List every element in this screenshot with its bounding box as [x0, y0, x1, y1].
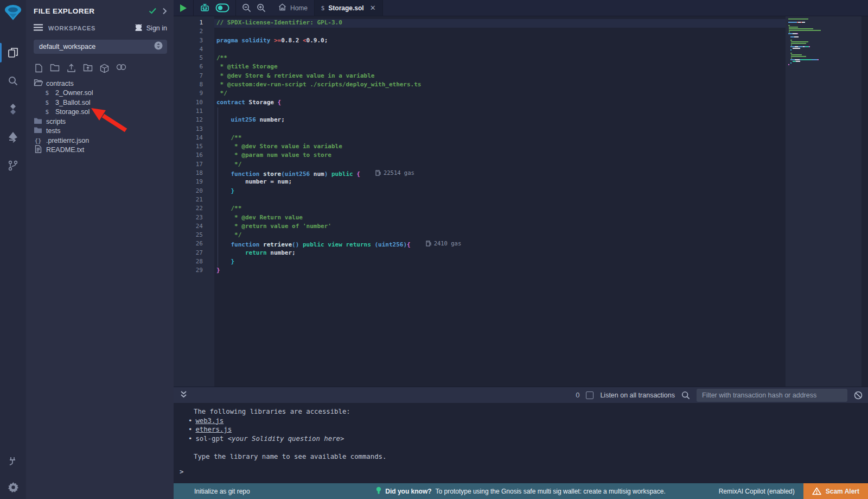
tab-storage-sol[interactable]: S Storage.sol ✕	[314, 0, 383, 16]
new-folder-icon[interactable]	[50, 64, 60, 73]
code-line[interactable]: contract Storage {	[214, 99, 786, 108]
line-number: 14	[174, 134, 214, 143]
deploy-run-tab[interactable]	[0, 123, 26, 151]
file-explorer-tab[interactable]	[0, 39, 26, 67]
tree-item-README.txt[interactable]: README.txt	[26, 146, 174, 155]
transaction-filter-input[interactable]	[697, 389, 847, 402]
code-line[interactable]	[214, 108, 786, 116]
line-number: 22	[174, 205, 214, 213]
line-number: 12	[174, 116, 214, 125]
code-line[interactable]: function retrieve() public view returns …	[214, 240, 786, 249]
copilot-robot-icon[interactable]	[194, 0, 213, 16]
tree-item-Storage.sol[interactable]: SStorage.sol	[26, 108, 174, 117]
run-script-button[interactable]	[174, 0, 193, 16]
code-line[interactable]: */	[214, 90, 786, 98]
close-tab-icon[interactable]: ✕	[370, 4, 376, 12]
code-line[interactable]	[214, 28, 786, 36]
listen-label: Listen on all transactions	[600, 391, 675, 399]
settings-tab[interactable]	[0, 475, 26, 499]
code-line[interactable]: * @dev Store value in variable	[214, 143, 786, 151]
new-file-icon[interactable]	[35, 64, 43, 73]
code-line[interactable]: uint256 number;	[214, 116, 786, 125]
tree-item-scripts[interactable]: scripts	[26, 117, 174, 127]
code-line[interactable]: function store(uint256 num) public {2251…	[214, 169, 786, 178]
tree-item-.prettierrc.json[interactable]: {}.prettierrc.json	[26, 136, 174, 146]
terminal-line: Type the library name to see available c…	[174, 452, 868, 462]
minimap[interactable]	[786, 16, 861, 387]
code-line[interactable]: * @custom:dev-run-script ./scripts/deplo…	[214, 81, 786, 90]
line-number: 27	[174, 249, 214, 258]
activity-bar	[0, 0, 26, 499]
code-line[interactable]: // SPDX-License-Identifier: GPL-3.0	[214, 19, 786, 28]
did-you-know-text: To prototype using the Gnosis safe multi…	[436, 488, 666, 495]
tree-item-contracts[interactable]: contracts	[26, 79, 174, 89]
expand-terminal-icon[interactable]	[180, 390, 187, 400]
status-bar: Initialize as git repo Did you know? To …	[174, 483, 868, 499]
line-number: 15	[174, 143, 214, 151]
code-line[interactable]: }	[214, 187, 786, 196]
code-line[interactable]: * @dev Store & retrieve value in a varia…	[214, 72, 786, 81]
copilot-status[interactable]: RemixAI Copilot (enabled)	[719, 488, 795, 495]
workspace-select[interactable]: default_workspace	[34, 40, 167, 54]
clear-console-icon[interactable]	[854, 391, 863, 400]
upload-folder-icon[interactable]	[83, 64, 93, 73]
line-number: 21	[174, 196, 214, 205]
cube-icon[interactable]	[100, 64, 109, 73]
workspaces-menu-icon[interactable]	[34, 23, 43, 33]
tree-item-2_Owner.sol[interactable]: S2_Owner.sol	[26, 89, 174, 98]
solidity-compiler-tab[interactable]	[0, 95, 26, 123]
code-line[interactable]: pragma solidity >=0.8.2 <0.9.0;	[214, 37, 786, 46]
editor-scrollbar[interactable]	[861, 16, 868, 387]
code-line[interactable]: }	[214, 267, 786, 275]
listen-all-transactions-checkbox[interactable]	[586, 391, 593, 399]
zoom-in-icon[interactable]	[254, 0, 272, 16]
workspace-name: default_workspace	[39, 43, 154, 50]
code-line[interactable]: */	[214, 231, 786, 240]
scam-alert-button[interactable]: Scam Alert	[803, 483, 868, 499]
zoom-out-icon[interactable]	[236, 0, 254, 16]
line-number: 18	[174, 169, 214, 178]
tree-item-3_Ballot.sol[interactable]: S3_Ballot.sol	[26, 98, 174, 108]
link-icon[interactable]	[116, 64, 126, 73]
workspaces-label: WORKSPACES	[48, 25, 129, 31]
terminal-prompt[interactable]: >	[180, 468, 183, 476]
code-line[interactable]: * @param num value to store	[214, 151, 786, 160]
code-line[interactable]	[214, 46, 786, 54]
solidity-file-icon: S	[46, 109, 49, 115]
search-tab[interactable]	[0, 67, 26, 95]
line-number: 6	[174, 63, 214, 72]
code-line[interactable]: }	[214, 258, 786, 267]
git-tab[interactable]	[0, 151, 26, 180]
code-line[interactable]: * @title Storage	[214, 63, 786, 72]
code-line[interactable]	[214, 196, 786, 205]
code-line[interactable]: number = num;	[214, 178, 786, 187]
code-line[interactable]: /**	[214, 205, 786, 213]
terminal[interactable]: The following libraries are accessible:•…	[174, 403, 868, 483]
terminal-line: •web3.js	[174, 416, 868, 426]
library-link[interactable]: web3.js	[195, 417, 224, 425]
line-number: 24	[174, 223, 214, 231]
code-line[interactable]: /**	[214, 134, 786, 143]
code-editor[interactable]: 1234567891011121314151617181920212223242…	[174, 16, 868, 387]
code-area[interactable]: // SPDX-License-Identifier: GPL-3.0pragm…	[214, 16, 786, 387]
library-link[interactable]: ethers.js	[195, 426, 232, 433]
copilot-toggle[interactable]	[213, 0, 235, 16]
line-number: 16	[174, 151, 214, 160]
code-line[interactable]: /**	[214, 54, 786, 63]
main-area: Home S Storage.sol ✕ 1234567891011121314…	[174, 0, 868, 499]
terminal-search-icon[interactable]	[681, 391, 690, 400]
code-line[interactable]: return number;	[214, 249, 786, 258]
collapse-panel-icon[interactable]	[162, 8, 167, 15]
line-number: 26	[174, 240, 214, 249]
code-line[interactable]: */	[214, 161, 786, 169]
code-line[interactable]: * @return value of 'number'	[214, 223, 786, 231]
code-line[interactable]: * @dev Return value	[214, 214, 786, 223]
tree-item-tests[interactable]: tests	[26, 127, 174, 136]
remix-logo[interactable]	[4, 4, 22, 23]
sign-in-button[interactable]: Sign in	[134, 24, 167, 33]
tab-home[interactable]: Home	[272, 0, 314, 16]
git-init-status[interactable]: Initialize as git repo	[194, 488, 250, 495]
plugin-manager-tab[interactable]	[0, 447, 26, 475]
upload-file-icon[interactable]	[67, 64, 76, 73]
code-line[interactable]	[214, 125, 786, 134]
